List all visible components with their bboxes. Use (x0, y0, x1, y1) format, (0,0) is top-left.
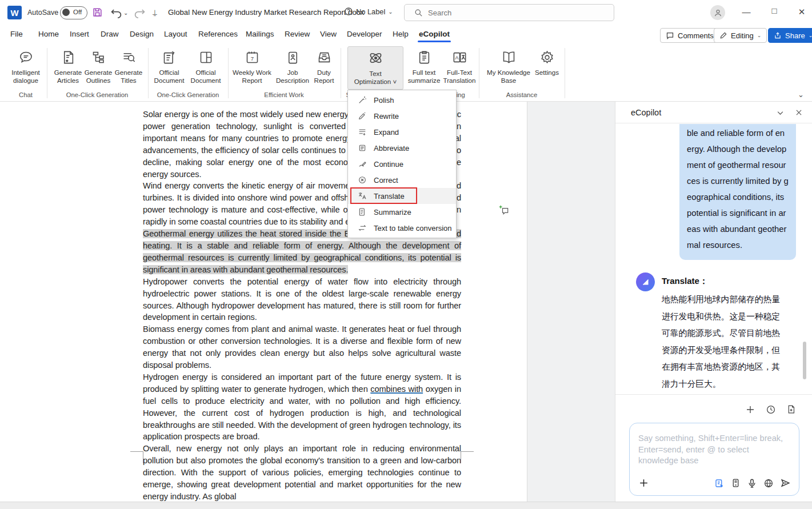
tab-view[interactable]: View (320, 30, 337, 38)
chat-history[interactable]: ble and reliable form of energy. Althoug… (615, 124, 804, 394)
save-icon[interactable] (92, 7, 103, 18)
menu-item-correct[interactable]: Correct (348, 172, 456, 188)
generate-titles-button[interactable]: Generate Titles (113, 47, 145, 85)
paragraph-hydropower[interactable]: Hydropower converts the potential energy… (143, 276, 461, 324)
bot-message: Translate： 地热能利用地球内部储存的热量进行发电和供热。这是一种稳定可… (636, 272, 804, 394)
close-button[interactable]: ✕ (795, 7, 808, 17)
ribbon-tab-bar: File Home Insert Draw Design Layout Refe… (0, 26, 812, 45)
ribbon-group-label: Efficient Work (264, 91, 303, 98)
tab-developer[interactable]: Developer (347, 30, 382, 38)
button-label: Text Optimization ˅ (351, 70, 399, 86)
collapse-ribbon-chevron-icon[interactable]: ⌄ (798, 90, 804, 99)
panel-close-icon[interactable] (795, 109, 803, 117)
menu-item-translate[interactable]: Translate (348, 188, 456, 204)
intelligent-dialogue-button[interactable]: Intelligent dialogue (6, 47, 45, 85)
panel-header: eCopilot (615, 102, 812, 123)
panel-collapse-chevron-icon[interactable] (776, 109, 785, 117)
insert-comment-hint-icon[interactable] (498, 205, 510, 216)
tab-help[interactable]: Help (393, 30, 409, 38)
new-chat-plus-icon[interactable] (745, 404, 755, 415)
page-margin-corner-mark (130, 451, 143, 463)
quick-phrase-icon[interactable] (731, 478, 741, 488)
pen-icon (357, 111, 367, 121)
button-label: Generate Outlines (82, 69, 114, 85)
svg-text:A: A (455, 55, 458, 61)
button-label: Settings (535, 69, 559, 77)
chat-input[interactable]: Say something, Shift+Enter=line break, E… (629, 423, 799, 496)
menu-item-continue[interactable]: Continue (348, 156, 456, 172)
menu-item-text-to-table[interactable]: Text to table conversion (348, 220, 456, 236)
badge-icon (285, 47, 301, 65)
history-clock-icon[interactable] (766, 404, 776, 415)
tab-review[interactable]: Review (285, 30, 310, 38)
tab-mailings[interactable]: Mailings (246, 30, 274, 38)
tab-design[interactable]: Design (130, 30, 154, 38)
tab-references[interactable]: References (198, 30, 238, 38)
list-search-icon (121, 47, 137, 65)
button-label: Duty Report (310, 69, 338, 85)
menu-item-label: Correct (374, 176, 398, 185)
tab-home[interactable]: Home (38, 30, 59, 38)
job-description-button[interactable]: Job Description (271, 47, 314, 85)
globe-icon[interactable] (763, 478, 774, 488)
settings-button[interactable]: Settings (531, 47, 562, 77)
sensitivity-label-button[interactable]: No Label ⌄ (344, 7, 393, 16)
ribbon-group-label: Chat (19, 91, 33, 98)
undo-dropdown-chevron-icon[interactable]: ⌄ (123, 10, 128, 16)
tab-insert[interactable]: Insert (70, 30, 89, 38)
generate-articles-button[interactable]: Generate Articles (52, 47, 84, 85)
comments-button[interactable]: Comments (660, 28, 719, 43)
menu-item-label: Continue (374, 160, 403, 169)
menu-item-summarize[interactable]: Summarize (348, 204, 456, 220)
open-book-icon (501, 47, 517, 65)
prompt-template-icon[interactable] (714, 478, 725, 488)
full-text-summarize-button[interactable]: Full text summarize (404, 47, 444, 85)
grammar-underlined-text[interactable]: combines with (370, 384, 423, 394)
user-avatar[interactable] (710, 5, 725, 20)
paragraph-overall[interactable]: Overall, new energy not only plays an im… (143, 443, 461, 503)
maximize-button[interactable]: □ (768, 6, 781, 15)
tab-ecopilot[interactable]: eCopilot (419, 30, 450, 38)
quick-access-more-icon[interactable]: ⍊ (153, 8, 157, 17)
official-document-generate-button[interactable]: Official Document (150, 47, 188, 85)
menu-item-abbreviate[interactable]: Abbreviate (348, 140, 456, 156)
new-document-icon[interactable] (786, 404, 796, 415)
search-placeholder: Search (428, 9, 451, 17)
button-label: Full text summarize (404, 69, 444, 85)
tab-file[interactable]: File (10, 30, 23, 38)
minimize-button[interactable]: — (740, 7, 753, 17)
search-input[interactable]: Search (404, 4, 614, 21)
button-label: Intelligent dialogue (6, 69, 45, 85)
compress-icon (357, 143, 367, 153)
autosave-toggle[interactable]: Off (60, 6, 87, 19)
send-icon[interactable] (780, 478, 791, 488)
translate-icon (357, 191, 367, 201)
my-knowledge-base-button[interactable]: My Knowledge Base (484, 47, 533, 85)
menu-item-polish[interactable]: Polish (348, 92, 456, 108)
paragraph-biomass[interactable]: Biomass energy comes from plant and anim… (143, 323, 461, 371)
attach-plus-icon[interactable] (638, 478, 649, 488)
weekly-work-report-button[interactable]: 7 Weekly Work Report (231, 47, 273, 85)
text-optimization-button[interactable]: Text Optimization ˅ (347, 46, 403, 90)
editing-mode-button[interactable]: Editing ⌄ (714, 28, 767, 43)
ribbon-group-label: One-Click Generation (157, 91, 219, 98)
redo-button[interactable] (134, 6, 146, 18)
paragraph-hydrogen[interactable]: Hydrogen energy is considered an importa… (143, 371, 461, 443)
bot-translation-text: 地热能利用地球内部储存的热量进行发电和供热。这是一种稳定可靠的能源形式。尽管目前… (662, 291, 783, 392)
panel-divider (615, 394, 812, 395)
undo-button[interactable] (110, 6, 122, 18)
official-document-layout-button[interactable]: Official Document (187, 47, 225, 85)
microphone-icon[interactable] (747, 478, 757, 488)
menu-item-rewrite[interactable]: Rewrite (348, 108, 456, 124)
tab-draw[interactable]: Draw (101, 30, 119, 38)
full-text-translation-button[interactable]: A Full-Text Translation (441, 47, 478, 85)
button-label: Generate Titles (113, 69, 145, 85)
share-button[interactable]: Share ⌄ (768, 28, 812, 43)
duty-report-button[interactable]: Duty Report (310, 47, 338, 85)
chat-scrollbar-thumb[interactable] (803, 342, 806, 379)
generate-outlines-button[interactable]: Generate Outlines (82, 47, 114, 85)
tab-layout[interactable]: Layout (164, 30, 187, 38)
clipboard-lines-icon (417, 47, 432, 65)
menu-item-expand[interactable]: Expand (348, 124, 456, 140)
word-app-icon[interactable]: W (7, 6, 22, 19)
